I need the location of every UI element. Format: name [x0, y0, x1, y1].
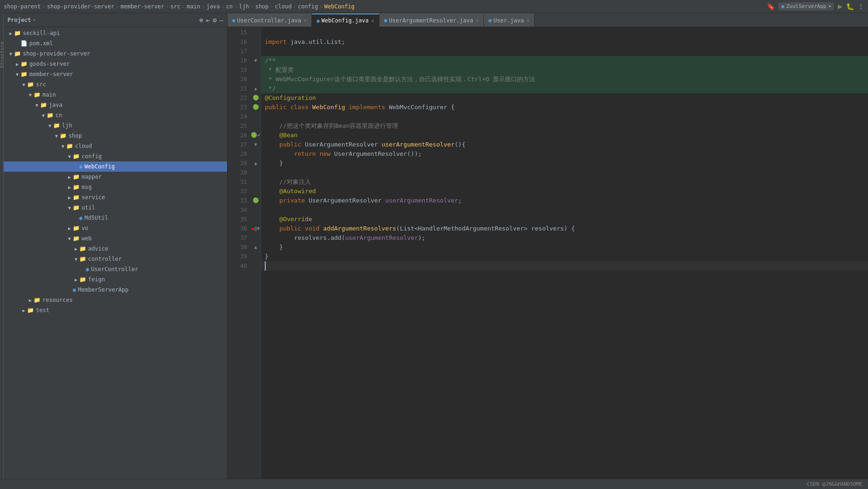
tree-item-cloud[interactable]: ▼ 📁 cloud	[4, 141, 227, 151]
class-icon: ◉	[79, 163, 83, 170]
tree-item-java[interactable]: ▼ 📁 java	[4, 100, 227, 110]
tab-close-button[interactable]: ✕	[372, 18, 374, 23]
tree-item-label: ljh	[62, 122, 72, 129]
tree-item-advice[interactable]: ▶ 📁 advice	[4, 244, 227, 254]
locate-file-button[interactable]: ⊕	[199, 16, 203, 24]
settings-button[interactable]: ⚙	[213, 16, 216, 24]
breadcrumb-item-5[interactable]: java	[207, 3, 220, 10]
line-numbers: 15 16 17 18 19 20 21 22 23 24 25 26 27 2…	[227, 27, 251, 479]
breadcrumb-item-3[interactable]: src	[171, 3, 181, 10]
tree-item-label: java	[49, 102, 62, 108]
tabs-bar: ◉ UserController.java ✕ ◉ WebConfig.java…	[227, 13, 868, 27]
tree-item-src[interactable]: ▼ 📁 src	[4, 79, 227, 90]
editor-content: 15 16 17 18 19 20 21 22 23 24 25 26 27 2…	[227, 27, 868, 479]
tab-close-button[interactable]: ✕	[304, 18, 307, 23]
tree-item-web[interactable]: ▼ 📁 web	[4, 233, 227, 244]
fold-icon[interactable]: ▲	[254, 159, 257, 168]
dropdown-icon[interactable]: ▾	[33, 17, 36, 22]
tree-item-MemberServerApp[interactable]: ◉ MemberServerApp	[4, 285, 227, 295]
tree-item-msg[interactable]: ▶ 📁 msg	[4, 182, 227, 192]
class-icon: ◉	[73, 286, 76, 293]
tree-item-mapper[interactable]: ▶ 📁 mapper	[4, 172, 227, 182]
minimize-sidebar-button[interactable]: —	[220, 16, 223, 24]
tab-close-button[interactable]: ✕	[476, 18, 479, 23]
arrow-icon: ▼	[73, 257, 79, 262]
breadcrumb-item-6[interactable]: cn	[226, 3, 233, 10]
tree-item-member-server[interactable]: ▼ 📁 member-server	[4, 69, 227, 79]
code-line-34	[261, 205, 868, 215]
tree-item-test[interactable]: ▶ 📁 test	[4, 305, 227, 315]
run-button[interactable]: ▶	[838, 2, 842, 11]
tree-item-Md5Util[interactable]: ◉ Md5Util	[4, 213, 227, 223]
tree-item-controller[interactable]: ▼ 📁 controller	[4, 254, 227, 264]
code-line-30	[261, 168, 868, 177]
arrow-icon: ▶	[66, 185, 73, 190]
tree-item-vo[interactable]: ▶ 📁 vo	[4, 223, 227, 233]
keyword-implements: implements	[349, 103, 389, 112]
tab-UserArgumentResolver[interactable]: ◉ UserArgumentResolver.java ✕	[379, 14, 484, 27]
fold-icon[interactable]: ▲	[254, 243, 257, 252]
folder-icon: 📁	[40, 102, 47, 108]
tree-item-UserController[interactable]: ◉ UserController	[4, 264, 227, 274]
breadcrumb-item-10[interactable]: config	[298, 3, 318, 10]
breadcrumb-item-1[interactable]: shop-provider-server	[47, 3, 115, 10]
tree-item-cn[interactable]: ▼ 📁 cn	[4, 110, 227, 120]
arrow-icon: ▶	[66, 226, 73, 231]
tab-UserController[interactable]: ◉ UserController.java ✕	[227, 14, 312, 27]
method-token: addArgumentResolvers	[323, 224, 396, 233]
comment-token: //把这个类对象存到Bean容器里面进行管理	[265, 121, 398, 131]
tree-item-util[interactable]: ▼ 📁 util	[4, 203, 227, 213]
fold-icon[interactable]: ▼	[254, 56, 257, 65]
tab-WebConfig[interactable]: ◉ WebConfig.java ✕	[312, 14, 379, 27]
project-sidebar: Project ▾ ⊕ ⇤ ⚙ — ▶ 📁 seckill-api 📄 pom.…	[4, 13, 227, 479]
breadcrumb-item-2[interactable]: member-server	[120, 3, 164, 10]
folder-icon: 📁	[79, 245, 86, 252]
tree-item-pom-xml[interactable]: 📄 pom.xml	[4, 38, 227, 49]
fold-icon[interactable]: ▼	[257, 224, 260, 233]
folder-icon: 📁	[47, 112, 54, 119]
tree-item-label: goods-server	[29, 61, 70, 67]
folder-icon: 📁	[73, 174, 80, 180]
breadcrumb-item-9[interactable]: cloud	[275, 3, 292, 10]
tree-item-ljh[interactable]: ▼ 📁 ljh	[4, 120, 227, 131]
tree-item-shop-provider-server[interactable]: ▼ 📁 shop-provider-server	[4, 49, 227, 59]
sidebar-header: Project ▾ ⊕ ⇤ ⚙ —	[4, 13, 227, 27]
tree-item-service[interactable]: ▶ 📁 service	[4, 192, 227, 203]
tree-item-seckill-api[interactable]: ▶ 📁 seckill-api	[4, 28, 227, 38]
more-menu-icon[interactable]: ⋮	[858, 3, 864, 10]
tree-item-feign[interactable]: ▶ 📁 feign	[4, 274, 227, 285]
xml-icon: 📄	[21, 40, 28, 47]
keyword-public: public	[279, 140, 305, 149]
code-area[interactable]: import java.util.List; /** * 配置类 * WebMv…	[261, 27, 868, 479]
run-config-label[interactable]: ◉ ZuulServerApp ▾	[778, 2, 834, 10]
breadcrumb-item-0[interactable]: shop-parent	[4, 3, 41, 10]
tree-item-label: shop	[69, 133, 82, 139]
fold-icon[interactable]: ▲	[254, 84, 257, 93]
fold-icon[interactable]: ▼	[254, 140, 257, 149]
tree-item-resources[interactable]: ▶ 📁 resources	[4, 295, 227, 305]
tree-item-main[interactable]: ▼ 📁 main	[4, 90, 227, 100]
type-token: UserArgumentResolver	[305, 140, 381, 149]
tree-item-config[interactable]: ▼ 📁 config	[4, 151, 227, 161]
tree-item-label: shop-provider-server	[23, 50, 90, 57]
tree-item-label: seckill-api	[23, 30, 60, 36]
tab-User[interactable]: ◉ User.java ✕	[484, 14, 535, 27]
debug-icon[interactable]: 🐛	[846, 3, 854, 10]
tree-item-WebConfig[interactable]: ◉ WebConfig	[4, 161, 227, 172]
tree-item-label: WebConfig	[84, 163, 115, 170]
folder-icon: 📁	[79, 276, 86, 283]
tab-close-button[interactable]: ✕	[527, 18, 530, 23]
collapse-all-button[interactable]: ⇤	[206, 16, 210, 24]
breadcrumb-item-7[interactable]: ljh	[239, 3, 249, 10]
breadcrumb-item-8[interactable]: shop	[255, 3, 269, 10]
tree-item-shop[interactable]: ▼ 📁 shop	[4, 131, 227, 141]
arrow-icon: ▼	[21, 82, 27, 87]
type-token: UserArgumentResolver	[334, 149, 407, 159]
breadcrumb-bar: shop-parent › shop-provider-server › mem…	[0, 0, 868, 13]
arrow-icon: ▼	[14, 72, 21, 77]
arrow-icon: ▶	[14, 62, 21, 67]
type-token: UserArgumentResolver	[309, 196, 385, 205]
breadcrumb-item-4[interactable]: main	[187, 3, 200, 10]
tree-item-goods-server[interactable]: ▶ 📁 goods-server	[4, 59, 227, 69]
code-line-29: }	[261, 159, 868, 168]
